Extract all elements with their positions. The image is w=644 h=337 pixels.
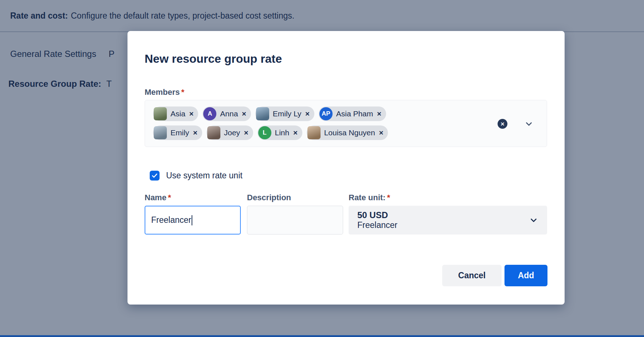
chip-row-1: Asia ✕ A Anna ✕ Emily Ly ✕ AP Asia Pham … <box>153 106 492 121</box>
description-label-text: Description <box>247 193 291 202</box>
chevron-down-icon[interactable] <box>524 119 534 129</box>
members-required-mark: * <box>181 88 185 97</box>
remove-member-icon[interactable]: ✕ <box>193 129 197 136</box>
member-chip-anna: A Anna ✕ <box>203 106 251 121</box>
cancel-button[interactable]: Cancel <box>442 265 502 286</box>
member-name: Emily Ly <box>273 109 302 118</box>
add-button[interactable]: Add <box>504 265 547 286</box>
remove-member-icon[interactable]: ✕ <box>244 129 248 136</box>
members-field-controls: ✕ <box>498 100 534 147</box>
chevron-down-icon[interactable] <box>529 216 538 225</box>
member-name: Joey <box>224 128 240 137</box>
member-name: Linh <box>275 128 290 137</box>
member-chip-asia: Asia ✕ <box>153 106 198 121</box>
members-label-text: Members <box>145 88 180 97</box>
chip-row-2: Emily ✕ Joey ✕ L Linh ✕ Louisa Nguyen ✕ <box>153 125 492 140</box>
avatar-joey <box>207 126 220 139</box>
members-label: Members* <box>145 88 184 97</box>
avatar-emily-ly <box>256 107 269 120</box>
name-label: Name* <box>145 193 171 202</box>
rate-unit-selected-value: 50 USD Freelancer <box>357 210 397 230</box>
name-label-text: Name <box>145 193 166 202</box>
avatar-linh: L <box>258 126 271 139</box>
remove-member-icon[interactable]: ✕ <box>242 111 246 117</box>
member-chip-linh: L Linh ✕ <box>258 125 302 140</box>
screen: Rate and cost: Configure the default rat… <box>0 0 644 337</box>
description-input[interactable] <box>247 206 343 235</box>
new-resource-group-rate-dialog: New resource group rate Members* Asia ✕ … <box>127 31 565 305</box>
members-multiselect[interactable]: Asia ✕ A Anna ✕ Emily Ly ✕ AP Asia Pham … <box>145 100 547 147</box>
use-system-rate-unit-row: Use system rate unit <box>150 171 243 181</box>
dialog-footer: Cancel Add <box>442 265 547 286</box>
member-name: Asia Pham <box>336 109 373 118</box>
member-name: Louisa Nguyen <box>324 128 375 137</box>
rate-unit-amount: 50 USD <box>357 210 397 220</box>
member-name: Emily <box>170 128 189 137</box>
rate-unit-select[interactable]: 50 USD Freelancer <box>349 206 547 235</box>
rate-unit-label: Rate unit:* <box>349 193 390 202</box>
member-chip-emily: Emily ✕ <box>153 125 202 140</box>
rate-unit-name: Freelancer <box>357 220 397 230</box>
remove-member-icon[interactable]: ✕ <box>377 111 381 117</box>
avatar-louisa <box>307 126 321 139</box>
member-chip-louisa: Louisa Nguyen ✕ <box>307 125 388 140</box>
name-input-value: Freelancer <box>151 215 191 225</box>
avatar-emily <box>154 126 167 139</box>
rate-unit-label-text: Rate unit: <box>349 193 385 202</box>
text-cursor <box>192 215 192 225</box>
description-label: Description <box>247 193 291 202</box>
remove-member-icon[interactable]: ✕ <box>293 129 298 136</box>
clear-all-icon[interactable]: ✕ <box>498 119 507 129</box>
member-chip-joey: Joey ✕ <box>207 125 253 140</box>
use-system-rate-unit-label: Use system rate unit <box>166 171 243 181</box>
remove-member-icon[interactable]: ✕ <box>379 129 384 136</box>
use-system-rate-unit-checkbox[interactable] <box>150 171 160 181</box>
avatar-asia-pham: AP <box>319 107 333 120</box>
member-chip-emily-ly: Emily Ly ✕ <box>255 106 314 121</box>
member-chip-asia-pham: AP Asia Pham ✕ <box>319 106 386 121</box>
member-name: Asia <box>170 109 185 118</box>
rate-unit-required-mark: * <box>387 193 390 202</box>
avatar-anna: A <box>203 107 216 120</box>
remove-member-icon[interactable]: ✕ <box>189 111 194 117</box>
remove-member-icon[interactable]: ✕ <box>305 111 310 117</box>
name-required-mark: * <box>168 193 171 202</box>
member-name: Anna <box>220 109 238 118</box>
dialog-title: New resource group rate <box>145 52 282 66</box>
avatar-asia <box>154 107 167 120</box>
name-input[interactable]: Freelancer <box>145 206 241 235</box>
